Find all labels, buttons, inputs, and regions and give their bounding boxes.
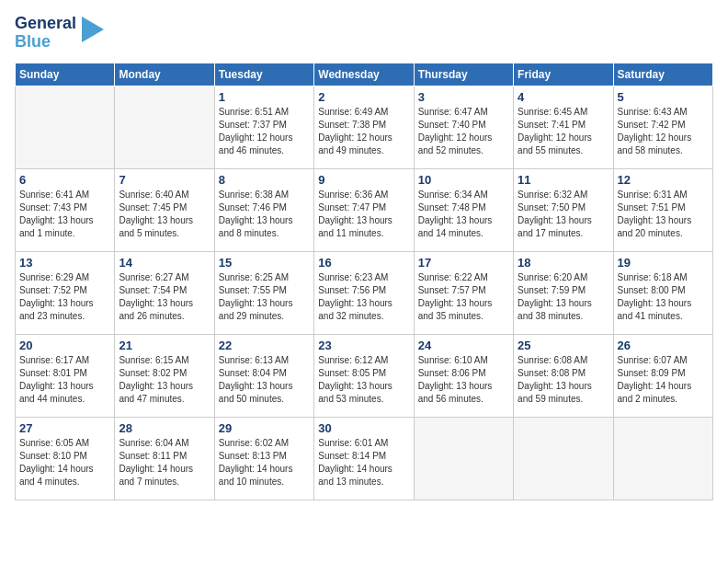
day-number: 2 [318, 90, 409, 104]
day-info: Sunrise: 6:31 AM Sunset: 7:51 PM Dayligh… [618, 189, 709, 240]
day-number: 17 [418, 256, 509, 270]
day-info: Sunrise: 6:20 AM Sunset: 7:59 PM Dayligh… [518, 271, 609, 323]
day-info: Sunrise: 6:32 AM Sunset: 7:50 PM Dayligh… [518, 189, 609, 240]
calendar-day-cell: 1Sunrise: 6:51 AM Sunset: 7:37 PM Daylig… [214, 86, 313, 168]
calendar-day-cell: 7Sunrise: 6:40 AM Sunset: 7:45 PM Daylig… [115, 168, 214, 251]
day-info: Sunrise: 6:25 AM Sunset: 7:55 PM Dayligh… [219, 271, 310, 323]
day-info: Sunrise: 6:12 AM Sunset: 8:05 PM Dayligh… [318, 354, 409, 406]
calendar-day-cell [414, 417, 513, 500]
page-header: General Blue [15, 15, 713, 52]
day-info: Sunrise: 6:17 AM Sunset: 8:01 PM Dayligh… [19, 354, 110, 406]
calendar-week-row: 20Sunrise: 6:17 AM Sunset: 8:01 PM Dayli… [16, 334, 713, 417]
calendar-week-row: 6Sunrise: 6:41 AM Sunset: 7:43 PM Daylig… [16, 168, 713, 251]
calendar-day-cell: 18Sunrise: 6:20 AM Sunset: 7:59 PM Dayli… [514, 251, 613, 334]
day-number: 18 [518, 256, 609, 270]
day-number: 22 [219, 339, 310, 352]
day-number: 26 [618, 339, 709, 352]
calendar-day-cell: 28Sunrise: 6:04 AM Sunset: 8:11 PM Dayli… [115, 417, 214, 500]
calendar-day-cell: 20Sunrise: 6:17 AM Sunset: 8:01 PM Dayli… [16, 334, 115, 417]
calendar-day-cell: 8Sunrise: 6:38 AM Sunset: 7:46 PM Daylig… [214, 168, 313, 251]
weekday-header-row: SundayMondayTuesdayWednesdayThursdayFrid… [16, 63, 713, 86]
calendar-day-cell: 16Sunrise: 6:23 AM Sunset: 7:56 PM Dayli… [314, 251, 414, 334]
calendar-day-cell: 23Sunrise: 6:12 AM Sunset: 8:05 PM Dayli… [314, 334, 414, 417]
calendar-day-cell: 11Sunrise: 6:32 AM Sunset: 7:50 PM Dayli… [514, 168, 613, 251]
calendar-day-cell: 3Sunrise: 6:47 AM Sunset: 7:40 PM Daylig… [414, 86, 513, 168]
day-number: 28 [119, 421, 210, 435]
day-number: 8 [219, 173, 310, 187]
day-info: Sunrise: 6:22 AM Sunset: 7:57 PM Dayligh… [418, 271, 509, 323]
day-info: Sunrise: 6:45 AM Sunset: 7:41 PM Dayligh… [518, 106, 609, 157]
calendar-day-cell: 14Sunrise: 6:27 AM Sunset: 7:54 PM Dayli… [115, 251, 214, 334]
day-number: 9 [318, 173, 409, 187]
day-info: Sunrise: 6:34 AM Sunset: 7:48 PM Dayligh… [418, 189, 509, 240]
day-info: Sunrise: 6:01 AM Sunset: 8:14 PM Dayligh… [318, 437, 409, 488]
calendar-day-cell: 25Sunrise: 6:08 AM Sunset: 8:08 PM Dayli… [514, 334, 613, 417]
day-info: Sunrise: 6:18 AM Sunset: 8:00 PM Dayligh… [618, 271, 709, 323]
calendar-day-cell: 15Sunrise: 6:25 AM Sunset: 7:55 PM Dayli… [214, 251, 313, 334]
day-info: Sunrise: 6:02 AM Sunset: 8:13 PM Dayligh… [219, 437, 310, 488]
calendar-day-cell: 2Sunrise: 6:49 AM Sunset: 7:38 PM Daylig… [314, 86, 414, 168]
calendar-day-cell: 9Sunrise: 6:36 AM Sunset: 7:47 PM Daylig… [314, 168, 414, 251]
calendar-day-cell: 22Sunrise: 6:13 AM Sunset: 8:04 PM Dayli… [214, 334, 313, 417]
day-number: 14 [119, 256, 210, 270]
day-number: 25 [518, 339, 609, 352]
day-number: 1 [219, 90, 310, 104]
day-number: 4 [518, 90, 609, 104]
calendar-day-cell [115, 86, 214, 168]
calendar-week-row: 27Sunrise: 6:05 AM Sunset: 8:10 PM Dayli… [16, 417, 713, 500]
day-info: Sunrise: 6:15 AM Sunset: 8:02 PM Dayligh… [119, 354, 210, 406]
calendar-week-row: 1Sunrise: 6:51 AM Sunset: 7:37 PM Daylig… [16, 86, 713, 168]
day-info: Sunrise: 6:36 AM Sunset: 7:47 PM Dayligh… [318, 189, 409, 240]
calendar-day-cell: 21Sunrise: 6:15 AM Sunset: 8:02 PM Dayli… [115, 334, 214, 417]
day-info: Sunrise: 6:08 AM Sunset: 8:08 PM Dayligh… [518, 354, 609, 406]
logo: General Blue [15, 15, 104, 52]
day-number: 5 [618, 90, 709, 104]
day-number: 7 [119, 173, 210, 187]
calendar-day-cell: 12Sunrise: 6:31 AM Sunset: 7:51 PM Dayli… [613, 168, 712, 251]
calendar-day-cell: 19Sunrise: 6:18 AM Sunset: 8:00 PM Dayli… [613, 251, 712, 334]
day-number: 6 [19, 173, 110, 187]
day-info: Sunrise: 6:29 AM Sunset: 7:52 PM Dayligh… [19, 271, 110, 323]
day-info: Sunrise: 6:23 AM Sunset: 7:56 PM Dayligh… [318, 271, 409, 323]
weekday-header: Thursday [414, 63, 513, 86]
day-number: 10 [418, 173, 509, 187]
logo-triangle-icon [78, 17, 104, 42]
logo-general: General [15, 15, 76, 33]
day-number: 19 [618, 256, 709, 270]
calendar-day-cell: 26Sunrise: 6:07 AM Sunset: 8:09 PM Dayli… [613, 334, 712, 417]
calendar-week-row: 13Sunrise: 6:29 AM Sunset: 7:52 PM Dayli… [16, 251, 713, 334]
calendar-day-cell: 6Sunrise: 6:41 AM Sunset: 7:43 PM Daylig… [16, 168, 115, 251]
day-info: Sunrise: 6:04 AM Sunset: 8:11 PM Dayligh… [119, 437, 210, 488]
day-number: 24 [418, 339, 509, 352]
day-info: Sunrise: 6:27 AM Sunset: 7:54 PM Dayligh… [119, 271, 210, 323]
day-info: Sunrise: 6:05 AM Sunset: 8:10 PM Dayligh… [19, 437, 110, 488]
day-info: Sunrise: 6:10 AM Sunset: 8:06 PM Dayligh… [418, 354, 509, 406]
day-number: 16 [318, 256, 409, 270]
day-info: Sunrise: 6:41 AM Sunset: 7:43 PM Dayligh… [19, 189, 110, 240]
day-info: Sunrise: 6:51 AM Sunset: 7:37 PM Dayligh… [219, 106, 310, 157]
calendar-day-cell: 5Sunrise: 6:43 AM Sunset: 7:42 PM Daylig… [613, 86, 712, 168]
day-number: 23 [318, 339, 409, 352]
svg-marker-0 [82, 17, 104, 42]
day-number: 11 [518, 173, 609, 187]
day-number: 13 [19, 256, 110, 270]
day-info: Sunrise: 6:40 AM Sunset: 7:45 PM Dayligh… [119, 189, 210, 240]
day-info: Sunrise: 6:07 AM Sunset: 8:09 PM Dayligh… [618, 354, 709, 406]
weekday-header: Tuesday [214, 63, 313, 86]
day-number: 30 [318, 421, 409, 435]
day-number: 29 [219, 421, 310, 435]
day-info: Sunrise: 6:43 AM Sunset: 7:42 PM Dayligh… [618, 106, 709, 157]
calendar-table: SundayMondayTuesdayWednesdayThursdayFrid… [15, 63, 713, 500]
calendar-day-cell: 29Sunrise: 6:02 AM Sunset: 8:13 PM Dayli… [214, 417, 313, 500]
calendar-day-cell: 30Sunrise: 6:01 AM Sunset: 8:14 PM Dayli… [314, 417, 414, 500]
day-number: 15 [219, 256, 310, 270]
calendar-day-cell [16, 86, 115, 168]
calendar-day-cell [613, 417, 712, 500]
weekday-header: Sunday [16, 63, 115, 86]
calendar-day-cell: 27Sunrise: 6:05 AM Sunset: 8:10 PM Dayli… [16, 417, 115, 500]
calendar-day-cell [514, 417, 613, 500]
day-number: 12 [618, 173, 709, 187]
weekday-header: Wednesday [314, 63, 414, 86]
day-info: Sunrise: 6:13 AM Sunset: 8:04 PM Dayligh… [219, 354, 310, 406]
day-number: 27 [19, 421, 110, 435]
